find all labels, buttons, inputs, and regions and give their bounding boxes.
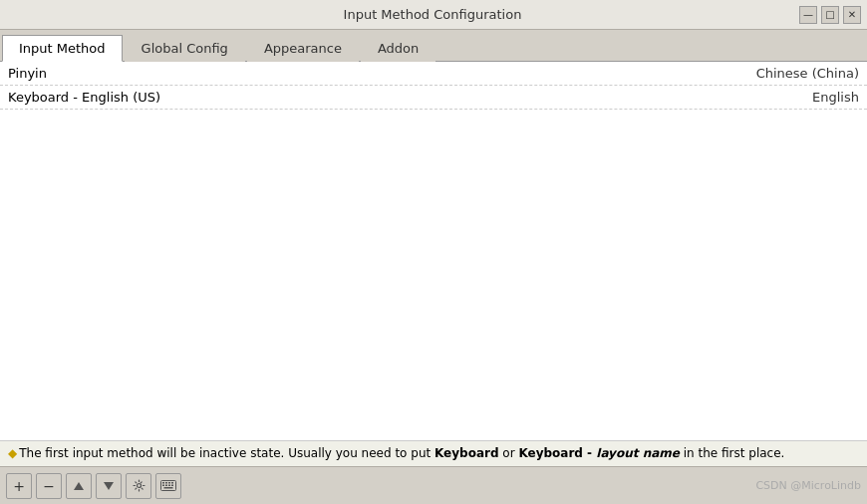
tab-addon[interactable]: Addon [361, 35, 435, 62]
window-controls: — □ ✕ [799, 6, 861, 24]
toolbar-left: + − [6, 473, 181, 499]
keyboard-button[interactable] [155, 473, 181, 499]
watermark: CSDN @MicroLindb [755, 479, 861, 492]
input-method-name: Keyboard - English (US) [8, 90, 160, 105]
close-button[interactable]: ✕ [843, 6, 861, 24]
add-button[interactable]: + [6, 473, 32, 499]
down-button[interactable] [96, 473, 122, 499]
tab-appearance[interactable]: Appearance [247, 35, 359, 62]
table-row[interactable]: Keyboard - English (US)English [0, 86, 867, 110]
input-method-language: Chinese (China) [756, 66, 859, 81]
window-title: Input Method Configuration [66, 7, 799, 22]
main-content: PinyinChinese (China)Keyboard - English … [0, 62, 867, 440]
table-row[interactable]: PinyinChinese (China) [0, 62, 867, 86]
input-method-language: English [812, 90, 859, 105]
config-button[interactable] [126, 473, 151, 499]
status-bold-keyboard2: Keyboard - layout name [518, 446, 679, 460]
tab-global-config[interactable]: Global Config [125, 35, 245, 62]
keyboard-icon [160, 480, 176, 491]
input-method-table: PinyinChinese (China)Keyboard - English … [0, 62, 867, 440]
down-icon [103, 480, 115, 492]
status-italic-layout: layout name [596, 446, 680, 460]
status-bar: ◆The first input method will be inactive… [0, 440, 867, 466]
status-text-or: or [499, 446, 519, 460]
tab-bar: Input Method Global Config Appearance Ad… [0, 30, 867, 62]
tab-input-method[interactable]: Input Method [2, 35, 123, 62]
warning-icon: ◆ [8, 446, 17, 460]
svg-rect-5 [165, 482, 167, 484]
status-text-part1: The first input method will be inactive … [19, 446, 434, 460]
input-method-name: Pinyin [8, 66, 47, 81]
svg-marker-0 [74, 482, 84, 490]
svg-rect-10 [168, 485, 170, 487]
svg-rect-11 [171, 485, 173, 487]
svg-rect-7 [171, 482, 173, 484]
up-icon [73, 480, 85, 492]
svg-rect-4 [162, 482, 164, 484]
status-bold-keyboard: Keyboard [434, 446, 499, 460]
svg-rect-8 [162, 485, 164, 487]
bottom-toolbar: + − [0, 466, 867, 504]
svg-rect-9 [165, 485, 167, 487]
svg-marker-1 [104, 482, 114, 490]
remove-button[interactable]: − [36, 473, 62, 499]
svg-rect-6 [168, 482, 170, 484]
maximize-button[interactable]: □ [821, 6, 839, 24]
status-text-end: in the first place. [680, 446, 784, 460]
svg-rect-12 [164, 487, 173, 489]
up-button[interactable] [66, 473, 92, 499]
svg-point-2 [137, 484, 141, 488]
title-bar: Input Method Configuration — □ ✕ [0, 0, 867, 30]
minimize-button[interactable]: — [799, 6, 817, 24]
gear-icon [133, 479, 145, 492]
